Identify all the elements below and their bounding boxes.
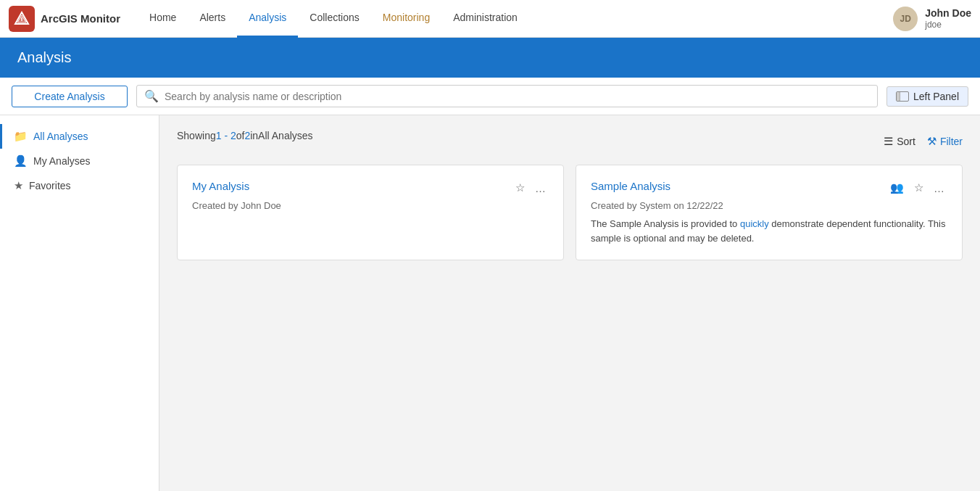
card-header-sample-analysis: Sample Analysis 👥 ☆ … (591, 180, 947, 196)
favorite-button-my-analysis[interactable]: ☆ (512, 180, 528, 196)
nav-home[interactable]: Home (138, 0, 188, 38)
app-logo-icon (9, 6, 35, 32)
sidebar-label-mine: My Analyses (33, 155, 91, 167)
create-analysis-button[interactable]: Create Analysis (12, 86, 128, 107)
folder-icon: 📁 (14, 130, 28, 143)
favorite-button-sample-analysis[interactable]: ☆ (911, 180, 926, 196)
search-bar: 🔍 (136, 85, 878, 107)
sort-button[interactable]: ☰ Sort (884, 135, 915, 148)
nav-collections[interactable]: Collections (298, 0, 370, 38)
left-panel-button[interactable]: Left Panel (886, 86, 968, 107)
user-avatar: JD (893, 7, 918, 31)
showing-suffix: in (250, 130, 258, 141)
search-icon: 🔍 (144, 89, 159, 103)
showing-text: Showing 1 - 2 of 2 in All Analyses (177, 130, 313, 141)
left-panel-icon (896, 91, 909, 102)
card-sample-analysis: Sample Analysis 👥 ☆ … Created by System … (576, 165, 963, 260)
card-description-sample-analysis: The Sample Analysis is provided to quick… (591, 217, 947, 245)
main-content: 📁 All Analyses 👤 My Analyses ★ Favorites… (0, 115, 980, 491)
filter-button[interactable]: ⚒ Filter (927, 135, 963, 148)
cards-grid: My Analysis ☆ … Created by John Doe Samp… (177, 165, 963, 260)
card-title-sample-analysis[interactable]: Sample Analysis (591, 180, 670, 192)
card-actions-my-analysis: ☆ … (512, 180, 549, 196)
person-icon: 👤 (14, 154, 28, 168)
sort-icon: ☰ (884, 135, 893, 148)
showing-category: All Analyses (258, 130, 312, 141)
nav-links: Home Alerts Analysis Collections Monitor… (138, 0, 893, 38)
left-panel-label: Left Panel (913, 91, 959, 102)
sort-label: Sort (897, 136, 915, 147)
app-logo[interactable]: ArcGIS Monitor (9, 6, 120, 32)
sort-filter-bar: ☰ Sort ⚒ Filter (884, 135, 963, 148)
user-area: JD John Doe jdoe (893, 7, 971, 31)
analysis-area: Showing 1 - 2 of 2 in All Analyses ☰ Sor… (159, 115, 980, 491)
more-options-button-my-analysis[interactable]: … (532, 181, 549, 196)
sidebar: 📁 All Analyses 👤 My Analyses ★ Favorites (0, 115, 159, 491)
page-title: Analysis (17, 49, 71, 65)
nav-administration[interactable]: Administration (441, 0, 529, 38)
filter-label: Filter (940, 136, 963, 147)
sidebar-item-my-analyses[interactable]: 👤 My Analyses (0, 149, 159, 173)
search-input[interactable] (165, 91, 870, 102)
card-header-my-analysis: My Analysis ☆ … (192, 180, 549, 196)
user-login: jdoe (925, 20, 971, 31)
card-meta-my-analysis: Created by John Doe (192, 200, 549, 211)
filter-icon: ⚒ (927, 135, 937, 148)
sidebar-item-favorites[interactable]: ★ Favorites (0, 173, 159, 198)
nav-analysis[interactable]: Analysis (237, 0, 298, 38)
sidebar-item-all-analyses[interactable]: 📁 All Analyses (0, 124, 159, 149)
top-nav: ArcGIS Monitor Home Alerts Analysis Coll… (0, 0, 980, 38)
more-options-button-sample-analysis[interactable]: … (931, 181, 947, 196)
nav-alerts[interactable]: Alerts (188, 0, 237, 38)
sidebar-label-favorites: Favorites (29, 180, 71, 191)
toolbar: Create Analysis 🔍 Left Panel (0, 78, 980, 115)
sidebar-label-all: All Analyses (33, 131, 88, 142)
page-header: Analysis (0, 38, 980, 78)
showing-count: 2 (244, 130, 250, 141)
showing-row: Showing 1 - 2 of 2 in All Analyses ☰ Sor… (177, 130, 963, 153)
share-button-sample-analysis[interactable]: 👥 (887, 180, 907, 196)
card-actions-sample-analysis: 👥 ☆ … (887, 180, 947, 196)
user-name: John Doe (925, 7, 971, 20)
highlight-quickly: quickly (740, 218, 769, 229)
card-meta-sample-analysis: Created by System on 12/22/22 (591, 200, 947, 211)
star-icon: ★ (14, 179, 23, 192)
user-info: John Doe jdoe (925, 7, 971, 31)
nav-monitoring[interactable]: Monitoring (371, 0, 441, 38)
showing-range: 1 - 2 (216, 130, 236, 141)
showing-middle: of (236, 130, 245, 141)
showing-prefix: Showing (177, 130, 216, 141)
card-title-my-analysis[interactable]: My Analysis (192, 180, 249, 192)
card-my-analysis: My Analysis ☆ … Created by John Doe (177, 165, 564, 260)
app-name: ArcGIS Monitor (41, 12, 120, 25)
